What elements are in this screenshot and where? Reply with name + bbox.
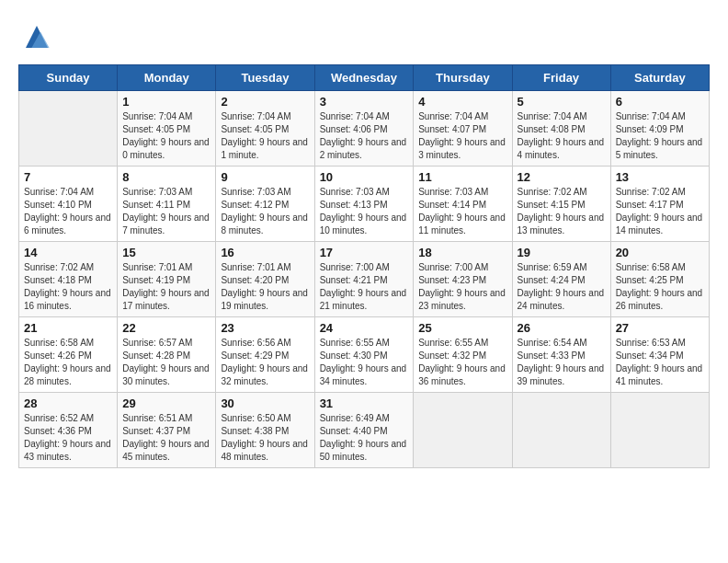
day-number: 27 xyxy=(616,321,704,335)
daylight-text: Daylight: 9 hours and 23 minutes. xyxy=(418,288,506,311)
day-info: Sunrise: 7:04 AMSunset: 4:05 PMDaylight:… xyxy=(122,110,210,162)
sunrise-text: Sunrise: 6:49 AM xyxy=(320,413,390,423)
sunrise-text: Sunrise: 7:04 AM xyxy=(616,111,686,121)
day-info: Sunrise: 6:50 AMSunset: 4:38 PMDaylight:… xyxy=(221,412,309,464)
calendar-cell: 10Sunrise: 7:03 AMSunset: 4:13 PMDayligh… xyxy=(314,167,414,242)
sunset-text: Sunset: 4:13 PM xyxy=(320,200,388,210)
sunset-text: Sunset: 4:28 PM xyxy=(122,350,190,361)
calendar-cell: 12Sunrise: 7:02 AMSunset: 4:15 PMDayligh… xyxy=(512,167,610,242)
daylight-text: Daylight: 9 hours and 3 minutes. xyxy=(418,137,506,160)
day-number: 19 xyxy=(518,246,606,259)
weekday-header-monday: Monday xyxy=(118,65,216,91)
daylight-text: Daylight: 9 hours and 5 minutes. xyxy=(616,137,703,160)
sunrise-text: Sunrise: 6:55 AM xyxy=(418,338,488,348)
sunset-text: Sunset: 4:40 PM xyxy=(320,426,388,436)
calendar-cell: 31Sunrise: 6:49 AMSunset: 4:40 PMDayligh… xyxy=(314,393,414,468)
calendar-cell: 26Sunrise: 6:54 AMSunset: 4:33 PMDayligh… xyxy=(512,317,610,393)
daylight-text: Daylight: 9 hours and 26 minutes. xyxy=(616,288,703,311)
day-info: Sunrise: 6:53 AMSunset: 4:34 PMDaylight:… xyxy=(616,337,704,388)
calendar-cell: 14Sunrise: 7:02 AMSunset: 4:18 PMDayligh… xyxy=(19,242,118,317)
day-info: Sunrise: 7:03 AMSunset: 4:14 PMDaylight:… xyxy=(418,186,506,237)
calendar-cell: 2Sunrise: 7:04 AMSunset: 4:05 PMDaylight… xyxy=(216,91,314,167)
day-number: 25 xyxy=(418,321,506,335)
calendar-cell: 8Sunrise: 7:03 AMSunset: 4:11 PMDaylight… xyxy=(118,167,216,242)
sunrise-text: Sunrise: 7:04 AM xyxy=(320,111,390,121)
calendar-cell: 9Sunrise: 7:03 AMSunset: 4:12 PMDaylight… xyxy=(216,167,314,242)
day-info: Sunrise: 7:04 AMSunset: 4:10 PMDaylight:… xyxy=(24,186,112,237)
daylight-text: Daylight: 9 hours and 1 minute. xyxy=(221,137,308,160)
daylight-text: Daylight: 9 hours and 7 minutes. xyxy=(122,213,210,236)
sunset-text: Sunset: 4:38 PM xyxy=(221,426,289,436)
daylight-text: Daylight: 9 hours and 16 minutes. xyxy=(24,288,111,311)
sunset-text: Sunset: 4:37 PM xyxy=(122,426,190,436)
sunrise-text: Sunrise: 6:59 AM xyxy=(518,262,587,272)
calendar-cell: 21Sunrise: 6:58 AMSunset: 4:26 PMDayligh… xyxy=(19,317,118,393)
sunset-text: Sunset: 4:36 PM xyxy=(24,426,92,436)
sunrise-text: Sunrise: 7:03 AM xyxy=(320,187,390,197)
calendar-cell xyxy=(414,393,512,468)
page-header xyxy=(18,18,710,55)
sunset-text: Sunset: 4:14 PM xyxy=(418,200,486,210)
calendar-cell: 24Sunrise: 6:55 AMSunset: 4:30 PMDayligh… xyxy=(314,317,414,393)
day-number: 12 xyxy=(518,170,606,184)
day-number: 28 xyxy=(24,396,112,410)
daylight-text: Daylight: 9 hours and 10 minutes. xyxy=(320,213,407,236)
daylight-text: Daylight: 9 hours and 13 minutes. xyxy=(518,213,605,236)
day-number: 9 xyxy=(221,170,309,184)
sunset-text: Sunset: 4:23 PM xyxy=(418,275,486,285)
day-info: Sunrise: 7:01 AMSunset: 4:20 PMDaylight:… xyxy=(221,261,309,313)
day-number: 26 xyxy=(518,321,606,335)
sunset-text: Sunset: 4:25 PM xyxy=(616,275,684,285)
day-number: 13 xyxy=(616,170,704,184)
day-info: Sunrise: 7:04 AMSunset: 4:09 PMDaylight:… xyxy=(616,110,704,162)
calendar-cell: 15Sunrise: 7:01 AMSunset: 4:19 PMDayligh… xyxy=(118,242,216,317)
sunrise-text: Sunrise: 7:00 AM xyxy=(418,262,488,272)
day-info: Sunrise: 7:04 AMSunset: 4:05 PMDaylight:… xyxy=(221,110,309,162)
day-info: Sunrise: 7:02 AMSunset: 4:18 PMDaylight:… xyxy=(24,261,112,313)
calendar-cell: 13Sunrise: 7:02 AMSunset: 4:17 PMDayligh… xyxy=(610,167,709,242)
daylight-text: Daylight: 9 hours and 6 minutes. xyxy=(24,213,111,236)
sunset-text: Sunset: 4:08 PM xyxy=(518,124,586,134)
daylight-text: Daylight: 9 hours and 17 minutes. xyxy=(122,288,210,311)
sunrise-text: Sunrise: 7:04 AM xyxy=(518,111,587,121)
daylight-text: Daylight: 9 hours and 19 minutes. xyxy=(221,288,308,311)
calendar-cell xyxy=(610,393,709,468)
logo xyxy=(18,18,61,55)
day-number: 16 xyxy=(221,246,309,259)
sunset-text: Sunset: 4:05 PM xyxy=(122,124,190,134)
calendar-body: 1Sunrise: 7:04 AMSunset: 4:05 PMDaylight… xyxy=(19,91,710,468)
day-info: Sunrise: 7:03 AMSunset: 4:11 PMDaylight:… xyxy=(122,186,210,237)
day-number: 20 xyxy=(616,246,704,259)
weekday-header-wednesday: Wednesday xyxy=(314,65,414,91)
day-info: Sunrise: 6:54 AMSunset: 4:33 PMDaylight:… xyxy=(518,337,606,388)
weekday-header-friday: Friday xyxy=(512,65,610,91)
day-info: Sunrise: 7:03 AMSunset: 4:12 PMDaylight:… xyxy=(221,186,309,237)
sunset-text: Sunset: 4:07 PM xyxy=(418,124,486,134)
day-number: 14 xyxy=(24,246,112,259)
day-number: 10 xyxy=(320,170,409,184)
sunset-text: Sunset: 4:12 PM xyxy=(221,200,289,210)
sunset-text: Sunset: 4:29 PM xyxy=(221,350,289,361)
daylight-text: Daylight: 9 hours and 41 minutes. xyxy=(616,363,703,386)
day-info: Sunrise: 6:56 AMSunset: 4:29 PMDaylight:… xyxy=(221,337,309,388)
day-number: 18 xyxy=(418,246,506,259)
sunrise-text: Sunrise: 7:02 AM xyxy=(518,187,587,197)
day-number: 24 xyxy=(320,321,409,335)
sunrise-text: Sunrise: 7:03 AM xyxy=(122,187,192,197)
daylight-text: Daylight: 9 hours and 43 minutes. xyxy=(24,439,111,462)
sunrise-text: Sunrise: 7:04 AM xyxy=(418,111,488,121)
day-number: 4 xyxy=(418,95,506,109)
sunrise-text: Sunrise: 6:50 AM xyxy=(221,413,290,423)
sunrise-text: Sunrise: 7:02 AM xyxy=(616,187,686,197)
daylight-text: Daylight: 9 hours and 45 minutes. xyxy=(122,439,210,462)
daylight-text: Daylight: 9 hours and 4 minutes. xyxy=(518,137,605,160)
daylight-text: Daylight: 9 hours and 34 minutes. xyxy=(320,363,407,386)
day-number: 11 xyxy=(418,170,506,184)
calendar-cell xyxy=(512,393,610,468)
sunrise-text: Sunrise: 6:52 AM xyxy=(24,413,94,423)
daylight-text: Daylight: 9 hours and 39 minutes. xyxy=(518,363,605,386)
sunrise-text: Sunrise: 6:58 AM xyxy=(24,338,94,348)
daylight-text: Daylight: 9 hours and 14 minutes. xyxy=(616,213,703,236)
sunrise-text: Sunrise: 7:03 AM xyxy=(418,187,488,197)
sunrise-text: Sunrise: 6:56 AM xyxy=(221,338,290,348)
